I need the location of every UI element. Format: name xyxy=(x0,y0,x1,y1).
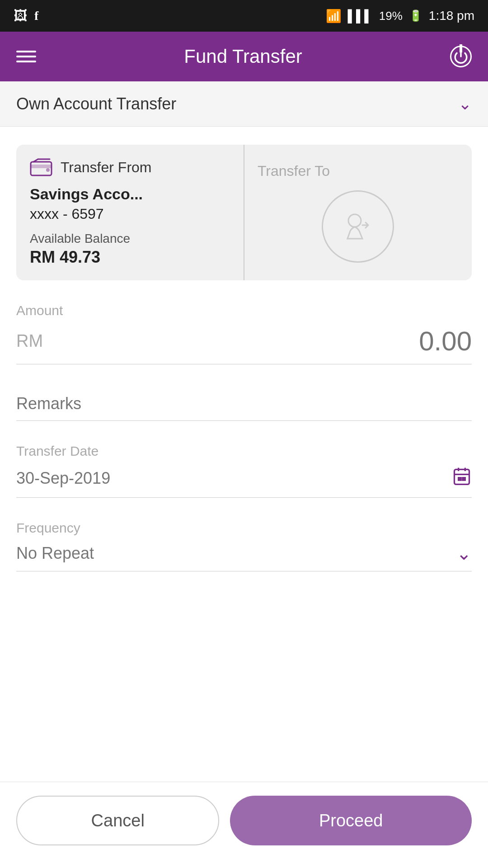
frequency-section: Frequency No Repeat ⌄ xyxy=(16,520,472,571)
transfer-date-label: Transfer Date xyxy=(16,443,472,459)
svg-point-4 xyxy=(348,214,361,227)
balance-label: Available Balance xyxy=(30,231,230,246)
status-bar-left-icons: 🖼 f xyxy=(14,8,38,24)
page-title: Fund Transfer xyxy=(184,46,302,67)
calendar-icon[interactable] xyxy=(452,466,472,490)
transfer-date-section: Transfer Date 30-Sep-2019 xyxy=(16,443,472,498)
transfer-from-title: Transfer From xyxy=(61,159,152,176)
transfer-to-label: Transfer To xyxy=(258,163,330,179)
battery-icon: 🔋 xyxy=(409,9,422,22)
transfer-to-button[interactable] xyxy=(322,190,394,263)
remarks-input[interactable] xyxy=(16,387,472,421)
status-bar-right-icons: 📶 ▌▌▌ 19% 🔋 1:18 pm xyxy=(326,9,474,24)
date-input-row[interactable]: 30-Sep-2019 xyxy=(16,466,472,498)
remarks-section xyxy=(16,387,472,421)
photo-icon: 🖼 xyxy=(14,8,27,24)
facebook-icon: f xyxy=(34,9,38,23)
date-value: 30-Sep-2019 xyxy=(16,469,110,488)
app-header: Fund Transfer xyxy=(0,32,488,81)
svg-point-3 xyxy=(46,168,50,172)
transfer-type-selector[interactable]: Own Account Transfer ⌄ xyxy=(0,81,488,127)
battery-indicator: 19% xyxy=(379,9,403,23)
signal-icon: ▌▌▌ xyxy=(348,9,373,23)
transfer-type-label: Own Account Transfer xyxy=(16,94,176,113)
main-content: Transfer From Savings Acco... xxxx - 659… xyxy=(0,127,488,782)
amount-section: Amount RM 0.00 xyxy=(16,303,472,364)
transfer-from-header: Transfer From xyxy=(30,158,230,176)
svg-rect-5 xyxy=(455,469,469,484)
wallet-icon xyxy=(30,158,53,176)
time-display: 1:18 pm xyxy=(429,9,474,23)
frequency-input-row[interactable]: No Repeat ⌄ xyxy=(16,543,472,571)
transfer-to-section[interactable]: Transfer To xyxy=(244,145,472,280)
status-bar: 🖼 f 📶 ▌▌▌ 19% 🔋 1:18 pm xyxy=(0,0,488,32)
amount-currency: RM xyxy=(16,331,43,351)
proceed-button[interactable]: Proceed xyxy=(230,796,472,845)
svg-rect-2 xyxy=(31,165,52,168)
menu-button[interactable] xyxy=(16,51,36,62)
svg-rect-9 xyxy=(459,478,461,481)
balance-amount: RM 49.73 xyxy=(30,248,230,267)
amount-input-row[interactable]: RM 0.00 xyxy=(16,326,472,364)
cancel-button[interactable]: Cancel xyxy=(16,796,219,845)
bottom-buttons: Cancel Proceed xyxy=(0,782,488,868)
transfer-card: Transfer From Savings Acco... xxxx - 659… xyxy=(16,145,472,280)
account-name: Savings Acco... xyxy=(30,185,230,203)
frequency-chevron-icon: ⌄ xyxy=(456,543,472,564)
wifi-icon: 📶 xyxy=(326,9,342,24)
frequency-value: No Repeat xyxy=(16,544,94,563)
frequency-label: Frequency xyxy=(16,520,472,536)
amount-label: Amount xyxy=(16,303,472,318)
account-number: xxxx - 6597 xyxy=(30,206,230,222)
svg-rect-10 xyxy=(463,478,465,481)
amount-value[interactable]: 0.00 xyxy=(52,326,472,357)
power-button[interactable] xyxy=(450,46,472,67)
transfer-type-chevron-icon: ⌄ xyxy=(458,94,472,113)
transfer-from-section: Transfer From Savings Acco... xxxx - 659… xyxy=(16,145,244,280)
